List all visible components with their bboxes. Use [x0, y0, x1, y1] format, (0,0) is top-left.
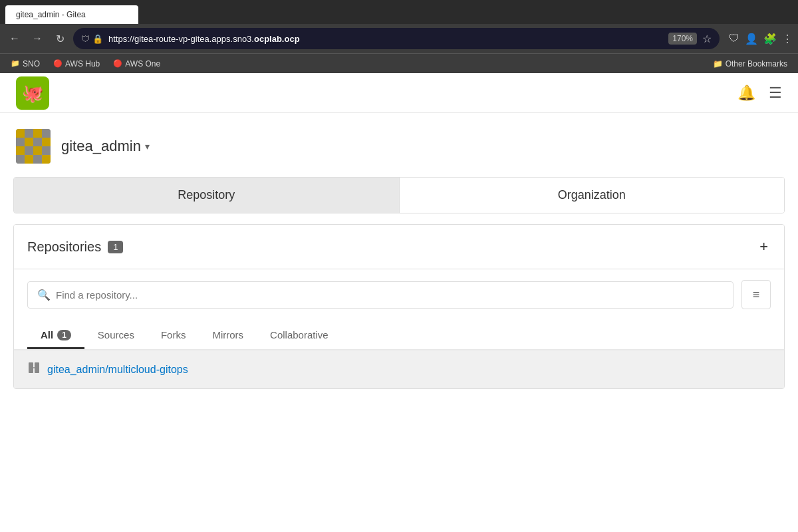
profile-icon[interactable]: 👤 [745, 33, 758, 45]
gitea-logo-icon: 🐙 [16, 76, 49, 110]
active-tab[interactable]: gitea_admin - Gitea [5, 5, 138, 24]
nav-bar: ← → ↻ 🛡 🔒 https://gitea-route-vp-gitea.a… [0, 24, 798, 53]
repositories-title: Repositories 1 [27, 239, 123, 255]
extension-icons: 🛡 👤 🧩 ⋮ [729, 33, 793, 45]
puzzle-icon[interactable]: 🧩 [763, 33, 777, 45]
address-bar[interactable]: 🛡 🔒 https://gitea-route-vp-gitea.apps.sn… [73, 28, 720, 49]
table-row[interactable]: gitea_admin/multicloud-gitops [14, 350, 784, 388]
bookmark-aws-hub-icon: 🔴 [53, 59, 63, 68]
search-icon: 🔍 [37, 289, 51, 301]
reload-button[interactable]: ↻ [51, 29, 69, 48]
search-bar: 🔍 [27, 281, 733, 309]
hamburger-menu-icon[interactable]: ☰ [769, 84, 782, 102]
bell-icon[interactable]: 🔔 [737, 84, 755, 102]
svg-text:🐙: 🐙 [22, 82, 44, 104]
bookmark-aws-hub-label: AWS Hub [65, 59, 100, 68]
svg-rect-3 [16, 129, 25, 138]
user-avatar [16, 129, 51, 164]
header-right: 🔔 ☰ [737, 84, 782, 102]
tab-title: gitea_admin - Gitea [16, 10, 86, 19]
svg-rect-14 [42, 146, 51, 155]
svg-rect-17 [33, 155, 42, 164]
svg-rect-13 [33, 146, 42, 155]
filter-button[interactable]: ≡ [741, 280, 771, 309]
bookmark-aws-one-icon: 🔴 [113, 59, 122, 68]
gitea-logo[interactable]: 🐙 [16, 76, 49, 110]
shield-icon: 🛡 [81, 34, 90, 44]
svg-rect-15 [16, 155, 25, 164]
user-dropdown-arrow[interactable]: ▾ [145, 141, 150, 152]
filter-forks-label: Forks [161, 329, 186, 340]
shield-ext-icon[interactable]: 🛡 [729, 33, 739, 45]
filter-tabs: All 1 Sources Forks Mirrors Collaborativ… [14, 320, 784, 350]
gitea-header: 🐙 🔔 ☰ [0, 73, 798, 113]
repo-icon [27, 361, 41, 378]
bookmark-sno[interactable]: 📁 SNO [5, 58, 45, 70]
filter-tab-forks[interactable]: Forks [148, 323, 200, 349]
filter-all-count: 1 [57, 330, 71, 340]
bookmark-aws-one[interactable]: 🔴 AWS One [108, 58, 166, 70]
svg-rect-12 [25, 146, 33, 155]
filter-tab-sources[interactable]: Sources [84, 323, 148, 349]
tab-bar: gitea_admin - Gitea [0, 0, 798, 24]
browser-chrome: gitea_admin - Gitea ← → ↻ 🛡 🔒 https://gi… [0, 0, 798, 73]
bookmark-sno-label: SNO [23, 59, 40, 68]
svg-rect-18 [42, 155, 51, 164]
repositories-header: Repositories 1 + [14, 225, 784, 269]
search-input[interactable] [56, 289, 724, 301]
filter-icon: ≡ [753, 288, 760, 302]
url-display: https://gitea-route-vp-gitea.apps.sno3.o… [108, 34, 663, 44]
folder-icon: 📁 [713, 59, 723, 68]
main-tabs: Repository Organization [13, 177, 785, 213]
filter-sources-label: Sources [98, 329, 134, 340]
svg-rect-16 [25, 155, 33, 164]
add-repository-button[interactable]: + [757, 235, 771, 258]
repositories-count-badge: 1 [108, 241, 123, 253]
forward-button[interactable]: → [28, 29, 47, 48]
svg-rect-11 [16, 146, 25, 155]
back-button[interactable]: ← [5, 29, 24, 48]
filter-tab-collaborative[interactable]: Collaborative [257, 323, 342, 349]
svg-rect-5 [33, 129, 42, 138]
svg-rect-9 [33, 138, 42, 146]
bookmark-aws-hub[interactable]: 🔴 AWS Hub [48, 58, 105, 70]
repositories-section: Repositories 1 + 🔍 ≡ All 1 Sources [13, 224, 785, 389]
svg-rect-6 [42, 129, 51, 138]
svg-rect-10 [42, 138, 51, 146]
url-bold: ocplab.ocp [254, 34, 300, 44]
tab-repository[interactable]: Repository [14, 178, 400, 213]
filter-collaborative-label: Collaborative [270, 329, 329, 340]
zoom-level: 170% [668, 33, 697, 45]
filter-tab-all[interactable]: All 1 [27, 323, 84, 349]
bookmark-aws-one-label: AWS One [125, 59, 160, 68]
repositories-label: Repositories [27, 239, 101, 255]
filter-tab-mirrors[interactable]: Mirrors [199, 323, 257, 349]
tab-organization[interactable]: Organization [400, 178, 785, 213]
other-bookmarks[interactable]: 📁 Other Bookmarks [708, 58, 793, 70]
svg-rect-4 [25, 129, 33, 138]
filter-all-label: All [41, 329, 53, 340]
bookmark-folder-icon: 📁 [11, 59, 20, 68]
svg-rect-8 [25, 138, 33, 146]
repository-list: gitea_admin/multicloud-gitops [14, 350, 784, 388]
bookmarks-bar: 📁 SNO 🔴 AWS Hub 🔴 AWS One 📁 Other Bookma… [0, 53, 798, 73]
filter-mirrors-label: Mirrors [212, 329, 243, 340]
bookmark-star[interactable]: ☆ [702, 33, 712, 45]
repo-name: gitea_admin/multicloud-gitops [47, 364, 188, 376]
avatar-image [16, 129, 51, 164]
security-icons: 🛡 🔒 [81, 34, 103, 44]
username-label: gitea_admin [61, 138, 141, 155]
lock-icon: 🔒 [92, 34, 103, 44]
more-menu-icon[interactable]: ⋮ [782, 33, 793, 45]
user-name-row[interactable]: gitea_admin ▾ [61, 138, 150, 155]
page-content: 🐙 🔔 ☰ [0, 73, 798, 532]
svg-rect-7 [16, 138, 25, 146]
url-normal: https://gitea-route-vp-gitea.apps.sno3. [108, 34, 254, 44]
other-bookmarks-label: Other Bookmarks [726, 59, 787, 68]
user-profile-section: gitea_admin ▾ [0, 113, 798, 164]
search-section: 🔍 ≡ [14, 269, 784, 320]
